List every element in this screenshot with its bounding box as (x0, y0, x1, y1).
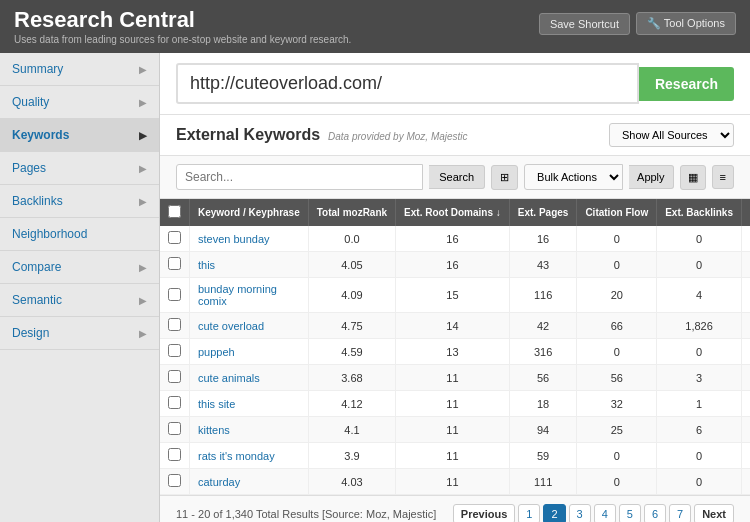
keyword-cell: kittens (190, 417, 309, 443)
keyword-link[interactable]: bunday morning comix (198, 283, 277, 307)
row-checkbox[interactable] (168, 422, 181, 435)
keyword-cell: puppeh (190, 339, 309, 365)
save-shortcut-button[interactable]: Save Shortcut (539, 13, 630, 35)
chevron-icon: ▶ (139, 295, 147, 306)
sidebar-item-keywords[interactable]: Keywords▶ (0, 119, 159, 152)
prev-page-button[interactable]: Previous (453, 504, 515, 522)
page-6-button[interactable]: 6 (644, 504, 666, 522)
keyword-link[interactable]: cute animals (198, 372, 260, 384)
ext_backlinks-cell: 0 (657, 226, 742, 252)
sidebar-item-quality[interactable]: Quality▶ (0, 86, 159, 119)
grid-view-button[interactable]: ▦ (680, 165, 706, 190)
row-checkbox[interactable] (168, 288, 181, 301)
apply-button[interactable]: Apply (629, 165, 674, 189)
sidebar-item-semantic[interactable]: Semantic▶ (0, 284, 159, 317)
table-footer: 11 - 20 of 1,340 Total Results [Source: … (160, 495, 750, 522)
page-1-button[interactable]: 1 (518, 504, 540, 522)
ext_pages-cell: 42 (509, 313, 577, 339)
source-select[interactable]: Show All SourcesMozMajestic (609, 123, 734, 147)
sidebar-item-summary[interactable]: Summary▶ (0, 53, 159, 86)
table-row: cute overload4.751442661,826363⚙ (160, 313, 750, 339)
citation-cell: 20 (577, 278, 657, 313)
col-header-ext_root[interactable]: Ext. Root Domains ↓ (396, 199, 510, 226)
row-checkbox[interactable] (168, 370, 181, 383)
ext_root-cell: 11 (396, 443, 510, 469)
section-header: External Keywords Data provided by Moz, … (160, 115, 750, 156)
col-header-citation[interactable]: Citation Flow (577, 199, 657, 226)
research-button[interactable]: Research (639, 67, 734, 101)
row-checkbox-cell (160, 252, 190, 278)
keyword-link[interactable]: steven bunday (198, 233, 270, 245)
row-checkbox[interactable] (168, 318, 181, 331)
row-checkbox[interactable] (168, 396, 181, 409)
ext_backlinks-cell: 3 (657, 365, 742, 391)
mozrank-cell: 3.9 (308, 443, 395, 469)
col-header-keyword[interactable]: Keyword / Keyphrase (190, 199, 309, 226)
ext_pages-cell: 111 (509, 469, 577, 495)
row-checkbox[interactable] (168, 344, 181, 357)
data-note: Data provided by Moz, Majestic (328, 131, 468, 142)
row-checkbox-cell (160, 417, 190, 443)
table-row: caturday4.0311111000⚙ (160, 469, 750, 495)
tool-options-button[interactable]: 🔧 Tool Options (636, 12, 736, 35)
ref_domains-cell: 1 (741, 391, 750, 417)
row-checkbox-cell (160, 391, 190, 417)
next-page-button[interactable]: Next (694, 504, 734, 522)
search-button[interactable]: Search (429, 165, 485, 189)
page-4-button[interactable]: 4 (594, 504, 616, 522)
keyword-cell: caturday (190, 469, 309, 495)
mozrank-cell: 0.0 (308, 226, 395, 252)
page-5-button[interactable]: 5 (619, 504, 641, 522)
ext_pages-cell: 18 (509, 391, 577, 417)
sidebar-item-compare[interactable]: Compare▶ (0, 251, 159, 284)
ref_domains-cell: 0 (741, 252, 750, 278)
sidebar-item-label: Pages (12, 161, 46, 175)
list-view-button[interactable]: ≡ (712, 165, 734, 189)
keyword-link[interactable]: caturday (198, 476, 240, 488)
page-7-button[interactable]: 7 (669, 504, 691, 522)
row-checkbox[interactable] (168, 257, 181, 270)
url-input[interactable] (176, 63, 639, 104)
sidebar-item-backlinks[interactable]: Backlinks▶ (0, 185, 159, 218)
grid-view-icon: ▦ (688, 171, 698, 183)
keyword-link[interactable]: puppeh (198, 346, 235, 358)
select-all-checkbox[interactable] (168, 205, 181, 218)
mozrank-cell: 4.59 (308, 339, 395, 365)
sidebar-item-label: Semantic (12, 293, 62, 307)
keyword-link[interactable]: cute overload (198, 320, 264, 332)
keyword-link[interactable]: this (198, 259, 215, 271)
row-checkbox[interactable] (168, 231, 181, 244)
sidebar-item-pages[interactable]: Pages▶ (0, 152, 159, 185)
app-header: Research Central Uses data from leading … (0, 0, 750, 53)
table-row: steven bunday0.01616000⚙ (160, 226, 750, 252)
mozrank-cell: 4.05 (308, 252, 395, 278)
sidebar-item-neighborhood[interactable]: Neighborhood (0, 218, 159, 251)
ref_domains-cell: 3 (741, 365, 750, 391)
ext_root-cell: 11 (396, 469, 510, 495)
keyword-cell: steven bunday (190, 226, 309, 252)
ref_domains-cell: 0 (741, 339, 750, 365)
search-input[interactable] (176, 164, 423, 190)
keyword-link[interactable]: kittens (198, 424, 230, 436)
chevron-icon: ▶ (139, 97, 147, 108)
bulk-actions-select[interactable]: Bulk Actions (524, 164, 623, 190)
keyword-cell: cute animals (190, 365, 309, 391)
sidebar-item-design[interactable]: Design▶ (0, 317, 159, 350)
row-checkbox[interactable] (168, 448, 181, 461)
citation-cell: 0 (577, 226, 657, 252)
col-header-cb (160, 199, 190, 226)
columns-button[interactable]: ⊞ (491, 165, 518, 190)
col-header-ref_domains[interactable]: Ref. Domains (741, 199, 750, 226)
page-2-button[interactable]: 2 (543, 504, 565, 522)
col-header-ext_pages[interactable]: Ext. Pages (509, 199, 577, 226)
table-row: this4.051643000⚙ (160, 252, 750, 278)
section-title-block: External Keywords Data provided by Moz, … (176, 126, 468, 144)
keyword-link[interactable]: this site (198, 398, 235, 410)
url-bar: Research (160, 53, 750, 115)
chevron-icon: ▶ (139, 64, 147, 75)
row-checkbox[interactable] (168, 474, 181, 487)
col-header-mozrank[interactable]: Total mozRank (308, 199, 395, 226)
keyword-link[interactable]: rats it's monday (198, 450, 275, 462)
page-3-button[interactable]: 3 (569, 504, 591, 522)
col-header-ext_backlinks[interactable]: Ext. Backlinks (657, 199, 742, 226)
